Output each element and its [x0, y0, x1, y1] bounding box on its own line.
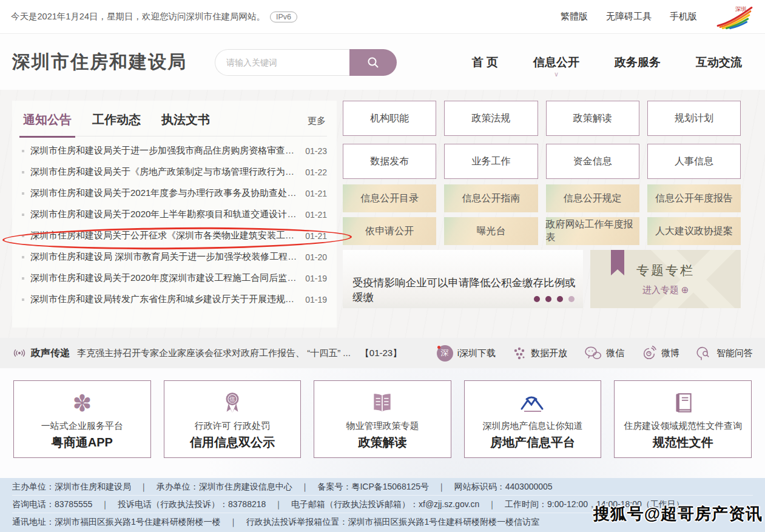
plus-circle-icon: ⊕ — [681, 285, 689, 295]
bullet-icon — [22, 171, 24, 173]
smart-qa-head-icon — [696, 345, 712, 362]
ticker-headline[interactable]: 李克强主持召开专家企业家座谈会征求对政府工作报告、 “十四五” ... — [77, 348, 351, 359]
news-ticker-bar: 政声传递 李克强主持召开专家企业家座谈会征求对政府工作报告、 “十四五” ...… — [0, 338, 765, 368]
welcome-date-text: 今天是2021年1月24日，星期日，欢迎您访问深圳市住建局网站。 — [11, 11, 265, 22]
search-icon — [366, 55, 380, 70]
bullet-icon — [22, 235, 24, 237]
tool-weibo[interactable]: 微博 — [641, 345, 679, 362]
btn-policy-interpretation[interactable]: 政策解读 — [546, 101, 639, 136]
site-header: 深圳市住房和建设局 首 页 信息公开 ∨ 政务服务 互动交流 — [0, 35, 765, 90]
site-title: 深圳市住房和建设局 — [12, 50, 187, 75]
tool-data-open[interactable]: 数据开放 — [512, 346, 567, 360]
chevron-down-icon: ∨ — [554, 70, 559, 78]
news-item[interactable]: 深圳市住房和建设局关于《房地产政策制定与市场管理行政行为规... 01-22 — [22, 161, 327, 183]
search-bar — [215, 49, 397, 76]
real-estate-logo-icon — [517, 394, 548, 416]
bullet-icon — [22, 277, 24, 280]
open-book-icon — [369, 390, 396, 416]
btn-personnel-info[interactable]: 人事信息 — [647, 144, 741, 179]
promo-carousel: 受疫情影响企业可以申请降低公积金缴存比例或缓缴 — [343, 250, 583, 308]
news-item[interactable]: 深圳市住房和建设局转发广东省住房和城乡建设厅关于开展违规海... 01-19 — [22, 289, 327, 310]
tab-enforcement-documents[interactable]: 执法文书 — [161, 112, 210, 128]
btn-disclosure-rules[interactable]: 信息公开规定 — [546, 184, 639, 212]
info-disclosure-grid: 机构职能 政策法规 政策解读 规划计划 数据发布 业务工作 资金信息 人事信息 … — [343, 101, 741, 308]
btn-funds-info[interactable]: 资金信息 — [546, 144, 639, 179]
btn-npc-cppcc-proposals[interactable]: 人大建议政协提案 — [647, 217, 741, 245]
news-item[interactable]: 深圳市住房和建设局 深圳市教育局关于进一步加强学校装修工程质... 01-20 — [22, 246, 327, 268]
enter-topics-link[interactable]: 进入专题⊕ — [590, 285, 741, 296]
link-mobile-version[interactable]: 手机版 — [670, 11, 697, 22]
svg-text:信: 信 — [229, 396, 235, 402]
btn-org-functions[interactable]: 机构职能 — [343, 101, 436, 136]
main-content: 通知公告 工作动态 执法文书 更多 深圳市住房和建设局关于进一步加强我市商品住房… — [0, 90, 765, 338]
carousel-dots — [534, 296, 575, 302]
tab-notices[interactable]: 通知公告 — [23, 112, 72, 128]
carousel-dot[interactable] — [557, 296, 563, 302]
data-dots-icon — [512, 346, 527, 360]
top-utility-bar: 今天是2021年1月24日，星期日，欢迎您访问深圳市住建局网站。 IPv6 繁體… — [0, 0, 765, 34]
carousel-dot[interactable] — [545, 296, 551, 302]
ticker-date: 【01-23】 — [360, 348, 402, 359]
more-link[interactable]: 更多 — [308, 115, 326, 127]
city-logo-text: 深圳 — [735, 5, 747, 12]
bullet-icon — [22, 256, 24, 258]
ipv6-badge[interactable]: IPv6 — [270, 12, 297, 22]
closed-book-icon — [670, 390, 696, 416]
news-item[interactable]: 深圳市住房和建设局关于2021年度参与办理行政事务及协助查处建... 01-21 — [22, 183, 327, 204]
card-yueshangtong-app[interactable]: ✽ 一站式企业服务平台 粤商通APP — [13, 380, 151, 458]
btn-disclosure-guide[interactable]: 信息公开指南 — [444, 184, 538, 212]
news-item[interactable]: 深圳市住房和建设局关于进一步加强我市商品住房购房资格审查和... 01-23 — [22, 140, 327, 161]
tool-ishenzhen-download[interactable]: 深 i深圳下载 — [437, 345, 496, 362]
bullet-icon — [22, 298, 24, 301]
btn-data-release[interactable]: 数据发布 — [343, 144, 436, 179]
search-input[interactable] — [215, 49, 349, 76]
nav-home[interactable]: 首 页 — [472, 55, 498, 70]
tool-smart-qa[interactable]: 智能问答 — [696, 345, 753, 362]
bullet-icon — [22, 192, 24, 195]
btn-disclosure-on-request[interactable]: 依申请公开 — [343, 217, 436, 245]
card-normative-documents[interactable]: 住房建设领域规范性文件查询 规范性文件 — [614, 380, 752, 458]
btn-planning[interactable]: 规划计划 — [647, 101, 741, 136]
special-topics-panel[interactable]: 专题专栏 进入专题⊕ — [590, 250, 741, 308]
btn-policies-regulations[interactable]: 政策法规 — [444, 101, 538, 136]
btn-website-annual-report[interactable]: 政府网站工作年度报表 — [546, 217, 639, 245]
nav-info-disclosure[interactable]: 信息公开 ∨ — [533, 55, 579, 70]
nav-interaction[interactable]: 互动交流 — [696, 55, 742, 70]
quick-tools: 深 i深圳下载 数据开放 微信 — [437, 345, 753, 362]
tool-wechat[interactable]: 微信 — [584, 346, 624, 361]
btn-annual-report[interactable]: 信息公开年度报告 — [647, 184, 741, 212]
news-item[interactable]: 深圳市住房和建设局关于2020年上半年勘察项目和轨道交通设计项... 01-21 — [22, 204, 327, 225]
news-tabs: 通知公告 工作动态 执法文书 更多 — [22, 108, 327, 136]
news-item[interactable]: 深圳市住房和建设局关于2020年度深圳市建设工程施工合同后监管... 01-19 — [22, 268, 327, 289]
bullet-icon — [22, 150, 24, 152]
tab-work-updates[interactable]: 工作动态 — [92, 112, 141, 128]
ticker-label: 政声传递 — [31, 347, 70, 360]
link-accessibility-tools[interactable]: 无障碍工具 — [606, 11, 652, 22]
card-real-estate-platform[interactable]: 深圳房地产信息让你知道 房地产信息平台 — [464, 380, 602, 458]
broadcast-icon — [12, 346, 27, 360]
wechat-bubbles-icon — [584, 346, 602, 361]
i-shenzhen-app-icon: 深 — [437, 345, 453, 362]
service-cards-section: ✽ 一站式企业服务平台 粤商通APP 信 行政许可 行政处罚 信用信息双公示 — [0, 368, 765, 478]
news-panel: 通知公告 工作动态 执法文书 更多 深圳市住房和建设局关于进一步加强我市商品住房… — [12, 101, 337, 328]
btn-business-work[interactable]: 业务工作 — [444, 144, 538, 179]
news-item[interactable]: 深圳市住房和建设局关于公开征求《深圳市各类物业建筑安装工程... 01-21 — [22, 225, 327, 246]
card-policy-interpretation[interactable]: 物业管理政策专题 政策解读 — [314, 380, 451, 458]
btn-disclosure-catalog[interactable]: 信息公开目录 — [343, 184, 436, 212]
flower-icon: ✽ — [72, 391, 92, 416]
btn-exposure-platform[interactable]: 曝光台 — [444, 217, 538, 245]
news-list: 深圳市住房和建设局关于进一步加强我市商品住房购房资格审查和... 01-23 深… — [22, 140, 327, 310]
link-traditional-chinese[interactable]: 繁體版 — [561, 11, 588, 22]
main-nav: 首 页 信息公开 ∨ 政务服务 互动交流 — [472, 55, 742, 70]
watermark-text: 搜狐号@超哥房产资讯 — [593, 503, 763, 525]
footer-row-units: 主办单位：深圳市住房和建设局 ｜ 承办单位：深圳市住房建设信息中心 ｜ 备案号：… — [12, 478, 753, 496]
card-credit-disclosure[interactable]: 信 行政许可 行政处罚 信用信息双公示 — [164, 380, 302, 458]
shenzhen-city-logo: 深圳 — [715, 4, 754, 30]
carousel-dot[interactable] — [568, 296, 575, 302]
bullet-icon — [22, 214, 24, 216]
nav-government-services[interactable]: 政务服务 — [615, 55, 661, 70]
carousel-dot[interactable] — [534, 296, 540, 302]
page: 今天是2021年1月24日，星期日，欢迎您访问深圳市住建局网站。 IPv6 繁體… — [0, 0, 765, 532]
weibo-eye-icon — [641, 345, 657, 362]
search-button[interactable] — [349, 49, 397, 76]
